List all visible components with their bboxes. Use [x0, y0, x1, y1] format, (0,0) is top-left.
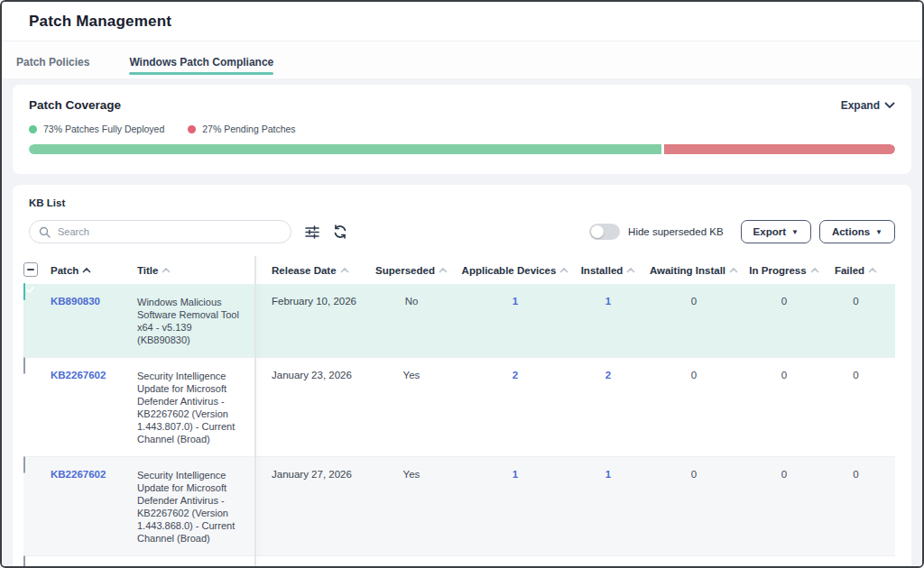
row-checkbox[interactable] — [23, 283, 25, 300]
patch-coverage-title: Patch Coverage — [29, 98, 121, 112]
patch-kb-link[interactable]: KB2267602 — [51, 556, 137, 566]
export-button-label: Export — [753, 226, 786, 237]
column-header-in-progress[interactable]: In Progress — [750, 265, 818, 276]
superseded-value: Yes — [371, 457, 452, 555]
patch-title: Security Intelligence Update for Microso… — [137, 457, 249, 555]
column-header-installed[interactable]: Installed — [578, 265, 638, 276]
installed-link[interactable]: 1 — [578, 457, 638, 555]
kb-table: Patch Title Release Date Superseded — [23, 256, 895, 566]
kb-list-controls: Hide superseded KB Export ▼ Actions ▼ — [29, 219, 895, 244]
patch-title: Security Intelligence Update for Microso… — [137, 358, 249, 456]
column-header-patch[interactable]: Patch — [51, 265, 137, 276]
coverage-progress-bar — [29, 144, 895, 154]
filter-sliders-icon[interactable] — [305, 225, 319, 239]
applicable-devices-link[interactable]: 2 — [452, 358, 578, 456]
expand-button[interactable]: Expand — [841, 99, 895, 112]
patch-coverage-card: Patch Coverage Expand 73% Patches Fully … — [13, 85, 911, 174]
superseded-value: Yes — [371, 358, 452, 456]
patch-title: Windows Malicious Software Removal Tool … — [137, 284, 249, 357]
hide-superseded-toggle[interactable] — [589, 224, 620, 240]
patch-kb-link[interactable]: KB2267602 — [51, 457, 137, 555]
export-button[interactable]: Export ▼ — [741, 220, 811, 243]
select-all-checkbox[interactable] — [23, 263, 51, 277]
column-header-superseded[interactable]: Superseded — [371, 265, 452, 276]
sort-icon — [868, 267, 877, 273]
patch-title: Security Intelligence Update for Microso… — [137, 556, 249, 566]
release-date: January 27, 2026 — [249, 457, 371, 555]
row-checkbox[interactable] — [23, 357, 25, 374]
release-date: January 23, 2026 — [249, 358, 371, 456]
deployed-label: 73% Patches Fully Deployed — [43, 124, 164, 134]
kb-list-card: KB List Hide superseded KB — [13, 185, 911, 566]
failed-value: 0 — [818, 556, 893, 566]
search-input[interactable] — [29, 220, 291, 243]
sort-asc-icon — [82, 267, 91, 273]
patch-kb-link[interactable]: KB2267602 — [51, 358, 137, 456]
deployed-bar-segment — [29, 144, 661, 154]
chevron-down-icon — [884, 99, 895, 112]
sort-icon — [439, 267, 448, 273]
table-row[interactable]: KB890830 Windows Malicious Software Remo… — [23, 284, 895, 358]
tab-patch-policies[interactable]: Patch Policies — [16, 56, 89, 78]
awaiting-install-value: 0 — [638, 358, 750, 456]
column-header-applicable-devices[interactable]: Applicable Devices — [452, 265, 578, 276]
column-header-failed[interactable]: Failed — [818, 265, 893, 276]
legend-pending: 27% Pending Patches — [188, 124, 295, 134]
failed-value: 0 — [818, 284, 893, 357]
sort-icon — [559, 267, 568, 273]
hide-superseded-label: Hide superseded KB — [628, 226, 723, 237]
applicable-devices-link[interactable]: 1 — [452, 284, 578, 357]
coverage-legend: 73% Patches Fully Deployed 27% Pending P… — [29, 124, 895, 134]
actions-button-label: Actions — [832, 226, 870, 237]
page-title: Patch Management — [29, 13, 922, 31]
awaiting-install-link[interactable]: 1 — [638, 556, 750, 566]
pending-label: 27% Pending Patches — [202, 124, 295, 134]
awaiting-install-value: 0 — [638, 284, 750, 357]
sticky-column-divider — [254, 256, 256, 566]
row-checkbox[interactable] — [23, 555, 25, 566]
column-header-awaiting-install[interactable]: Awaiting Install — [638, 265, 750, 276]
patch-kb-link[interactable]: KB890830 — [51, 284, 137, 357]
failed-value: 0 — [818, 457, 893, 555]
sort-icon — [729, 267, 738, 273]
table-row[interactable]: KB2267602 Security Intelligence Update f… — [23, 556, 895, 566]
installed-link[interactable]: 2 — [578, 358, 638, 456]
tab-windows-patch-compliance[interactable]: Windows Patch Compliance — [129, 56, 273, 78]
kb-list-title: KB List — [29, 197, 895, 208]
superseded-value: No — [371, 556, 452, 566]
in-progress-value: 0 — [750, 556, 818, 566]
pending-bar-segment — [664, 144, 895, 154]
sort-icon — [340, 267, 349, 273]
table-row[interactable]: KB2267602 Security Intelligence Update f… — [23, 457, 895, 556]
column-header-title[interactable]: Title — [137, 265, 249, 276]
refresh-icon[interactable] — [333, 224, 347, 239]
column-header-release-date[interactable]: Release Date — [249, 265, 371, 276]
app-window: Patch Management Patch Policies Windows … — [0, 0, 924, 568]
installed-link[interactable]: 1 — [578, 284, 638, 357]
caret-down-icon: ▼ — [875, 228, 882, 236]
awaiting-install-value: 0 — [638, 457, 750, 555]
top-bar: Patch Management — [2, 2, 922, 41]
row-checkbox[interactable] — [23, 456, 25, 473]
sort-icon — [626, 267, 635, 273]
deployed-dot-icon — [29, 125, 37, 133]
in-progress-value: 0 — [750, 358, 818, 456]
legend-deployed: 73% Patches Fully Deployed — [29, 124, 164, 134]
in-progress-value: 0 — [750, 284, 818, 357]
failed-value: 0 — [818, 358, 893, 456]
release-date: February 6, 2026 — [249, 556, 371, 566]
table-row[interactable]: KB2267602 Security Intelligence Update f… — [23, 358, 895, 457]
in-progress-value: 0 — [750, 457, 818, 555]
main-content: Patch Coverage Expand 73% Patches Fully … — [2, 78, 922, 566]
search-icon — [39, 225, 51, 242]
superseded-value: No — [371, 284, 452, 357]
applicable-devices-link[interactable]: 1 — [452, 556, 578, 566]
table-header-row: Patch Title Release Date Superseded — [23, 256, 895, 284]
pending-dot-icon — [188, 125, 196, 133]
applicable-devices-link[interactable]: 1 — [452, 457, 578, 555]
actions-button[interactable]: Actions ▼ — [819, 220, 895, 243]
caret-down-icon: ▼ — [791, 228, 799, 236]
expand-label: Expand — [841, 99, 880, 112]
tab-bar: Patch Policies Windows Patch Compliance — [2, 41, 922, 78]
sort-icon — [162, 267, 171, 273]
